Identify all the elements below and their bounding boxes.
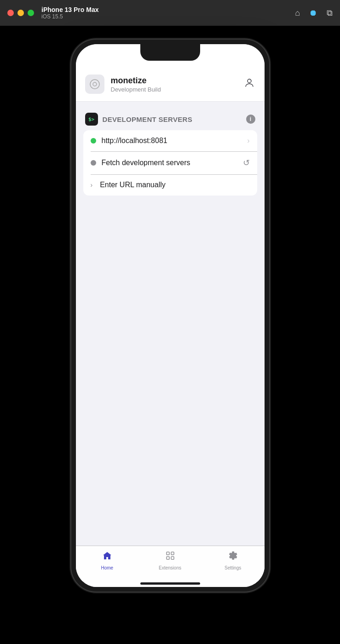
tab-extensions[interactable]: Extensions xyxy=(138,551,202,570)
list-item-localhost[interactable]: http://localhost:8081 › xyxy=(83,130,257,151)
tab-bar: Home Extensions xyxy=(76,546,265,583)
chevron-right-icon: › xyxy=(247,137,249,145)
traffic-lights xyxy=(7,10,34,16)
tab-settings[interactable]: Settings xyxy=(202,551,265,570)
fetch-label: Fetch development servers xyxy=(102,159,237,167)
home-tab-icon xyxy=(102,551,112,564)
section-title: Development servers xyxy=(103,115,242,123)
tab-home[interactable]: Home xyxy=(76,551,139,570)
device-info: iPhone 13 Pro Max iOS 15.5 xyxy=(41,6,295,20)
phone-screen: monetize Development Build xyxy=(76,44,265,587)
app-title: monetize xyxy=(111,76,161,86)
profile-icon[interactable] xyxy=(243,77,255,92)
device-name: iPhone 13 Pro Max xyxy=(41,6,295,13)
record-icon[interactable]: ⏺ xyxy=(309,8,317,18)
svg-rect-2 xyxy=(167,552,169,555)
dev-servers-list: http://localhost:8081 › Fetch developmen… xyxy=(83,130,257,196)
home-indicator-bar xyxy=(140,582,200,585)
svg-point-1 xyxy=(93,82,97,86)
list-item-fetch[interactable]: Fetch development servers ↺ xyxy=(83,151,257,174)
title-bar-icons: ⌂ ⏺ ⧉ xyxy=(295,8,333,18)
svg-point-0 xyxy=(90,80,99,89)
maximize-button[interactable] xyxy=(28,10,34,16)
phone-wrapper: monetize Development Build xyxy=(0,26,340,644)
device-os: iOS 15.5 xyxy=(41,13,295,20)
settings-tab-label: Settings xyxy=(225,565,241,570)
status-dot-green xyxy=(91,138,96,144)
app-content: monetize Development Build xyxy=(76,67,265,587)
section-header: $> Development servers i xyxy=(76,109,265,130)
main-scroll[interactable]: $> Development servers i xyxy=(76,102,265,546)
arrow-icon: › xyxy=(91,181,93,189)
close-button[interactable] xyxy=(7,10,14,16)
refresh-icon[interactable]: ↺ xyxy=(243,158,250,168)
home-indicator xyxy=(76,583,265,587)
phone-frame: monetize Development Build xyxy=(71,40,269,592)
svg-rect-4 xyxy=(167,557,169,559)
notch xyxy=(140,44,200,61)
app-title-group: monetize Development Build xyxy=(111,76,161,93)
manual-url-label: Enter URL manually xyxy=(100,181,249,189)
extensions-tab-icon xyxy=(165,551,175,564)
home-tab-label: Home xyxy=(101,565,113,570)
app-header: monetize Development Build xyxy=(76,67,265,102)
minimize-button[interactable] xyxy=(17,10,24,16)
extensions-tab-label: Extensions xyxy=(159,565,181,570)
home-icon[interactable]: ⌂ xyxy=(295,8,300,18)
info-icon[interactable]: i xyxy=(246,115,255,124)
screenshot-icon[interactable]: ⧉ xyxy=(327,8,333,18)
status-dot-gray xyxy=(91,160,96,166)
app-subtitle: Development Build xyxy=(111,86,161,93)
terminal-icon: $> xyxy=(85,113,98,126)
app-header-left: monetize Development Build xyxy=(85,75,161,94)
app-logo xyxy=(85,75,104,94)
title-bar: iPhone 13 Pro Max iOS 15.5 ⌂ ⏺ ⧉ xyxy=(0,0,340,26)
svg-rect-5 xyxy=(171,557,174,559)
settings-tab-icon xyxy=(228,551,238,564)
localhost-url: http://localhost:8081 xyxy=(102,137,242,145)
dev-servers-section: $> Development servers i xyxy=(76,109,265,196)
list-item-manual-url[interactable]: › Enter URL manually xyxy=(83,174,257,196)
svg-rect-3 xyxy=(171,552,174,555)
